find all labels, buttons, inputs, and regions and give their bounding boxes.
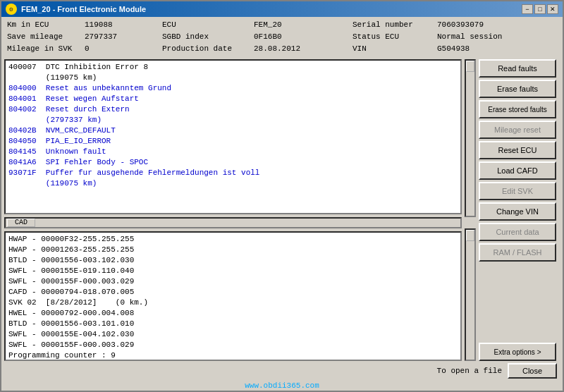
minimize-button[interactable]: −	[522, 4, 533, 14]
ram-flash-button[interactable]: RAM / FLASH	[479, 243, 556, 262]
ecu-label: ECU	[162, 19, 254, 30]
current-data-button[interactable]: Current data	[479, 223, 556, 241]
sgbd-label: SGBD index	[162, 31, 254, 42]
button-spacer	[479, 264, 560, 341]
maximize-button[interactable]: □	[534, 4, 546, 14]
bottom-bar: To open a file Close	[1, 361, 563, 381]
read-faults-button[interactable]: Read faults	[479, 59, 556, 78]
log-line: 400007 DTC Inhibition Error 8	[8, 62, 458, 73]
log-line: 8041A6 SPI Fehler Body - SPOC	[8, 157, 458, 168]
scrollbar-gap	[465, 217, 476, 228]
ecu-value: FEM_20	[254, 19, 352, 30]
svk-line: SWFL - 0000155E-004.102.030	[8, 329, 458, 340]
svk-line: SWFL - 0000155F-000.003.029	[8, 276, 458, 287]
vertical-scrollbar-bottom[interactable]	[465, 228, 476, 361]
log-line: 93071F Puffer fur ausgehende Fehlermeldu…	[8, 168, 458, 178]
horizontal-scrollbar[interactable]: CAD	[4, 217, 462, 228]
edit-svk-button[interactable]: Edit SVK	[479, 182, 556, 200]
log-line: (119075 km)	[8, 73, 458, 83]
erase-stored-faults-button[interactable]: Erase stored faults	[479, 100, 556, 118]
watermark: www.obdii365.com	[1, 381, 563, 391]
svk-line: SWFL - 0000155F-000.003.029	[8, 340, 458, 350]
mileage-svk-label: Mileage in SVK	[7, 43, 85, 54]
log-line: 804145 Unknown fault	[8, 147, 458, 157]
svk-line: HWAP - 00001263-255.255.255	[8, 245, 458, 255]
prod-date-value: 28.08.2012	[254, 43, 352, 54]
svk-line: BTLD - 00001556-003.101.010	[8, 319, 458, 329]
log-line: 80402B NVM_CRC_DEFAULT	[8, 125, 458, 136]
log-line: (119075 km)	[8, 178, 458, 189]
fault-log-panel[interactable]: 400007 DTC Inhibition Error 8 (119075 km…	[4, 59, 462, 214]
svk-line: HWAP - 00000F32-255.255.255	[8, 234, 458, 245]
reset-ecu-button[interactable]: Reset ECU	[479, 141, 556, 159]
to-open-file-text: To open a file	[437, 367, 502, 375]
left-panel: 400007 DTC Inhibition Error 8 (119075 km…	[4, 59, 462, 361]
change-vin-button[interactable]: Change VIN	[479, 202, 556, 221]
svk-line: SWFL - 0000155E-019.110.040	[8, 266, 458, 276]
vertical-scrollbar-area	[465, 59, 476, 361]
serial-value: 7060393079	[437, 19, 557, 30]
status-ecu-value: Normal session	[437, 31, 557, 42]
window-title: FEM_20 - Front Electronic Module	[21, 5, 146, 13]
window-icon: ⚙	[6, 4, 17, 15]
sgbd-value: 0F16B0	[254, 31, 352, 42]
info-section: Km in ECU 119088 ECU FEM_20 Serial numbe…	[1, 17, 563, 56]
title-bar: ⚙ FEM_20 - Front Electronic Module − □ ✕	[1, 1, 563, 17]
close-window-button[interactable]: ✕	[547, 4, 558, 14]
main-window: ⚙ FEM_20 - Front Electronic Module − □ ✕…	[0, 0, 564, 392]
erase-faults-button[interactable]: Erase faults	[479, 80, 556, 98]
main-content: 400007 DTC Inhibition Error 8 (119075 km…	[1, 56, 563, 361]
vin-label: VIN	[352, 43, 437, 54]
prod-date-label: Production date	[162, 43, 254, 54]
status-ecu-label: Status ECU	[352, 31, 437, 42]
close-button[interactable]: Close	[508, 363, 557, 379]
title-buttons: − □ ✕	[522, 4, 558, 14]
svk-line: CAFD - 00000794-018.070.005	[8, 287, 458, 298]
mileage-reset-button[interactable]: Mileage reset	[479, 121, 556, 139]
log-line: 804000 Reset aus unbekanntem Grund	[8, 83, 458, 94]
log-line: 804002 Reset durch Extern	[8, 104, 458, 115]
log-line: (2797337 km)	[8, 115, 458, 125]
vin-value: G504938	[437, 43, 557, 54]
right-panel: Read faults Erase faults Erase stored fa…	[479, 59, 560, 361]
km-ecu-label: Km in ECU	[7, 19, 85, 30]
save-mileage-value: 2797337	[85, 31, 162, 42]
svk-line: SVK 02 [8/28/2012] (0 km.)	[8, 298, 458, 308]
log-line: 804001 Reset wegen Aufstart	[8, 94, 458, 104]
log-line: 804050 PIA_E_IO_ERROR	[8, 136, 458, 147]
km-ecu-value: 119088	[85, 19, 162, 30]
extra-options-button[interactable]: Extra options >	[479, 343, 556, 361]
svk-log-panel[interactable]: HWAP - 00000F32-255.255.255 HWAP - 00001…	[4, 231, 462, 361]
svk-line: Programming counter : 9	[8, 350, 458, 361]
save-mileage-label: Save mileage	[7, 31, 85, 42]
svk-line: HWEL - 00000792-000.004.008	[8, 308, 458, 319]
cad-label: CAD	[15, 219, 27, 226]
mileage-svk-value: 0	[85, 43, 162, 54]
load-cafd-button[interactable]: Load CAFD	[479, 161, 556, 180]
vertical-scrollbar-top[interactable]	[465, 59, 476, 217]
svk-line: BTLD - 00001556-003.102.030	[8, 255, 458, 266]
serial-label: Serial number	[352, 19, 437, 30]
